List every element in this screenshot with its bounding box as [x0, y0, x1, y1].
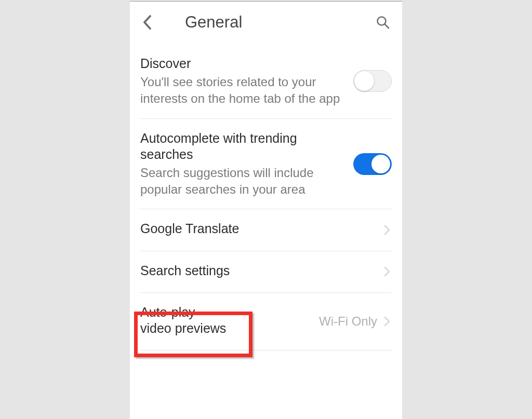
search-icon — [376, 16, 390, 29]
header: General — [130, 2, 402, 50]
toggle-knob — [354, 71, 374, 91]
chevron-right-icon — [382, 225, 392, 235]
back-button[interactable] — [142, 15, 160, 30]
chevron-right-icon — [382, 266, 392, 277]
row-title: Autocomplete with trending searches — [140, 130, 347, 163]
row-subtitle: Search suggestions will include popular … — [140, 165, 347, 197]
toggle-knob — [371, 155, 390, 173]
row-title: Search settings — [140, 263, 376, 279]
row-title: Auto-play video previews — [140, 304, 227, 337]
row-value: Wi-Fi Only — [319, 314, 377, 329]
chevron-left-icon — [142, 15, 152, 30]
row-text: Google Translate — [140, 221, 382, 239]
chevron-right-icon — [382, 316, 392, 327]
settings-list: Discover You'll see stories related to y… — [130, 50, 402, 350]
row-text: Auto-play video previews — [140, 304, 233, 339]
row-google-translate[interactable]: Google Translate — [140, 209, 392, 251]
autocomplete-toggle[interactable] — [353, 153, 392, 175]
row-text: Discover You'll see stories related to y… — [140, 56, 353, 107]
row-autocomplete[interactable]: Autocomplete with trending searches Sear… — [140, 119, 392, 210]
row-title: Discover — [140, 56, 347, 72]
row-text: Autocomplete with trending searches Sear… — [140, 130, 353, 198]
settings-screen: General Discover You'll see stories rela… — [130, 1, 402, 419]
row-subtitle: You'll see stories related to your inter… — [140, 74, 347, 106]
page-title: General — [160, 13, 376, 32]
row-autoplay[interactable]: Auto-play video previews Wi-Fi Only — [140, 293, 392, 351]
row-discover[interactable]: Discover You'll see stories related to y… — [140, 50, 392, 119]
svg-line-1 — [385, 24, 389, 29]
row-search-settings[interactable]: Search settings — [140, 251, 392, 293]
discover-toggle[interactable] — [353, 70, 392, 92]
search-button[interactable] — [376, 16, 390, 29]
row-text: Search settings — [140, 263, 382, 281]
row-title: Google Translate — [140, 221, 376, 237]
